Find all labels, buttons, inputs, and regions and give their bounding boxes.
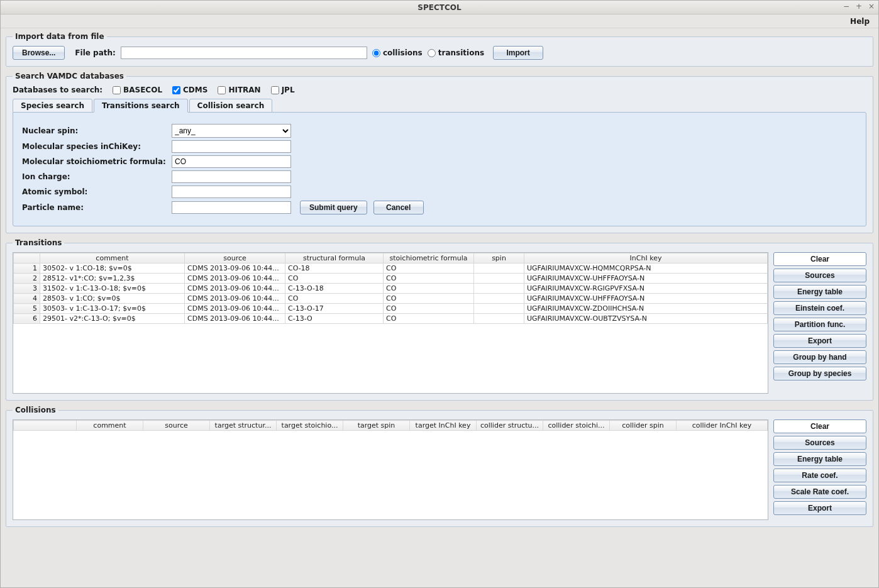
stoichiometric-label: Molecular stoichiometric formula: (22, 157, 172, 166)
cell-spin (474, 294, 524, 304)
cancel-button[interactable]: Cancel (373, 201, 424, 214)
th-c-cstoich[interactable]: collider stoichi... (543, 421, 610, 431)
collisions-scale-rate-button[interactable]: Scale Rate coef. (773, 485, 866, 499)
th-c-comment[interactable]: comment (77, 421, 143, 431)
tab-transitions[interactable]: Transitions search (94, 99, 188, 113)
browse-button[interactable]: Browse... (13, 46, 65, 60)
transitions-group-species-button[interactable]: Group by species (773, 367, 866, 380)
particle-name-input[interactable] (172, 201, 291, 214)
transitions-tab-panel: Nuclear spin: _any_ Molecular species in… (13, 112, 866, 226)
tab-collision[interactable]: Collision search (189, 99, 273, 113)
transitions-partition-button[interactable]: Partition func. (773, 318, 866, 331)
app-window: SPECTCOL − + × Help Import data from fil… (0, 0, 879, 588)
cell-structural: CO-18 (285, 263, 384, 274)
cell-stoich: CO (384, 263, 474, 274)
cell-comment: 29501- v2*:C-13-O; $v=0$ (40, 314, 185, 324)
ion-charge-input[interactable] (172, 170, 291, 183)
cell-rownum: 6 (14, 314, 40, 324)
radio-transitions-label[interactable]: transitions (428, 48, 484, 57)
cb-jpl-label[interactable]: JPL (271, 86, 295, 94)
import-button[interactable]: Import (493, 46, 543, 60)
cell-rownum: 2 (14, 274, 40, 284)
th-comment[interactable]: comment (40, 253, 185, 263)
cell-structural: C-13-O (285, 314, 384, 324)
filepath-input[interactable] (121, 47, 367, 59)
cb-hitran[interactable] (218, 86, 226, 94)
table-row[interactable]: 629501- v2*:C-13-O; $v=0$CDMS 2013-09-06… (14, 314, 768, 324)
table-row[interactable]: 530503- v 1:C-13-O-17; $v=0$CDMS 2013-09… (14, 304, 768, 314)
import-panel: Import data from file Browse... File pat… (6, 32, 873, 67)
th-spin[interactable]: spin (474, 253, 524, 263)
transitions-export-button[interactable]: Export (773, 334, 866, 348)
th-c-source[interactable]: source (143, 421, 210, 431)
th-c-cstruct[interactable]: collider structu... (477, 421, 543, 431)
collisions-sources-button[interactable]: Sources (773, 436, 866, 450)
th-stoich[interactable]: stoichiometric formula (384, 253, 474, 263)
cb-jpl[interactable] (271, 86, 279, 94)
cell-source: CDMS 2013-09-06 10:44... (185, 274, 285, 284)
th-inchi[interactable]: InChI key (524, 253, 768, 263)
cb-cdms-label[interactable]: CDMS (172, 86, 207, 94)
stoichiometric-input[interactable] (172, 155, 291, 168)
cb-basecol[interactable] (113, 86, 121, 94)
th-c-tstruct[interactable]: target structur... (210, 421, 277, 431)
transitions-clear-button[interactable]: Clear (773, 252, 866, 266)
th-structural[interactable]: structural formula (285, 253, 384, 263)
th-c-tinchi[interactable]: target InChI key (410, 421, 477, 431)
db-label: Databases to search: (13, 86, 102, 94)
table-row[interactable]: 331502- v 1:C-13-O-18; $v=0$CDMS 2013-09… (14, 284, 768, 294)
cell-source: CDMS 2013-09-06 10:44... (185, 263, 285, 274)
th-c-tspin[interactable]: target spin (343, 421, 410, 431)
cb-hitran-label[interactable]: HITRAN (218, 86, 260, 94)
table-row[interactable]: 130502- v 1:CO-18; $v=0$CDMS 2013-09-06 … (14, 263, 768, 274)
collisions-export-button[interactable]: Export (773, 501, 866, 515)
particle-name-label: Particle name: (22, 203, 172, 212)
transitions-energy-button[interactable]: Energy table (773, 285, 866, 299)
inchikey-input[interactable] (172, 140, 291, 153)
minimize-icon[interactable]: − (842, 2, 851, 11)
cell-inchi: UGFAIRIUMAVXCW-UHFFFAOYSA-N (524, 274, 768, 284)
cell-comment: 31502- v 1:C-13-O-18; $v=0$ (40, 284, 185, 294)
menubar: Help (1, 14, 878, 28)
submit-query-button[interactable]: Submit query (300, 201, 367, 214)
transitions-side-buttons: Clear Sources Energy table Einstein coef… (773, 252, 866, 394)
maximize-icon[interactable]: + (854, 2, 863, 11)
table-row[interactable]: 228512- v1*:CO; $v=1,2,3$CDMS 2013-09-06… (14, 274, 768, 284)
cell-structural: C-13-O-17 (285, 304, 384, 314)
th-c-cspin[interactable]: collider spin (610, 421, 677, 431)
tab-species[interactable]: Species search (13, 99, 92, 113)
th-c-cinchi[interactable]: collider InChI key (677, 421, 768, 431)
radio-collisions-label[interactable]: collisions (372, 48, 423, 57)
cb-basecol-label[interactable]: BASECOL (113, 86, 162, 94)
transitions-sources-button[interactable]: Sources (773, 269, 866, 282)
cell-stoich: CO (384, 304, 474, 314)
radio-transitions[interactable] (428, 49, 436, 57)
close-icon[interactable]: × (867, 2, 876, 11)
radio-collisions[interactable] (372, 49, 380, 57)
cell-structural: C-13-O-18 (285, 284, 384, 294)
cell-rownum: 3 (14, 284, 40, 294)
transitions-group-hand-button[interactable]: Group by hand (773, 350, 866, 364)
nuclear-spin-select[interactable]: _any_ (172, 124, 291, 138)
atomic-symbol-input[interactable] (172, 186, 291, 198)
collisions-energy-button[interactable]: Energy table (773, 452, 866, 466)
collisions-side-buttons: Clear Sources Energy table Rate coef. Sc… (773, 419, 866, 520)
cell-comment: 28503- v 1:CO; $v=0$ (40, 294, 185, 304)
menu-help[interactable]: Help (846, 16, 873, 27)
collisions-rate-button[interactable]: Rate coef. (773, 469, 866, 482)
transitions-einstein-button[interactable]: Einstein coef. (773, 301, 866, 315)
th-c-tstoich[interactable]: target stoichio... (277, 421, 343, 431)
collisions-table-wrap[interactable]: comment source target structur... target… (13, 419, 768, 520)
th-source[interactable]: source (185, 253, 285, 263)
table-row[interactable]: 428503- v 1:CO; $v=0$CDMS 2013-09-06 10:… (14, 294, 768, 304)
th-rownum[interactable] (14, 253, 40, 263)
cell-spin (474, 274, 524, 284)
cell-inchi: UGFAIRIUMAVXCW-OUBTZVSYSA-N (524, 314, 768, 324)
cb-cdms[interactable] (172, 86, 180, 94)
inchikey-label: Molecular species inChiKey: (22, 142, 172, 151)
transitions-table-wrap[interactable]: comment source structural formula stoich… (13, 252, 768, 394)
collisions-table: comment source target structur... target… (13, 420, 768, 431)
cell-source: CDMS 2013-09-06 10:44... (185, 294, 285, 304)
collisions-clear-button[interactable]: Clear (773, 419, 866, 433)
th-c-rownum[interactable] (14, 421, 77, 431)
